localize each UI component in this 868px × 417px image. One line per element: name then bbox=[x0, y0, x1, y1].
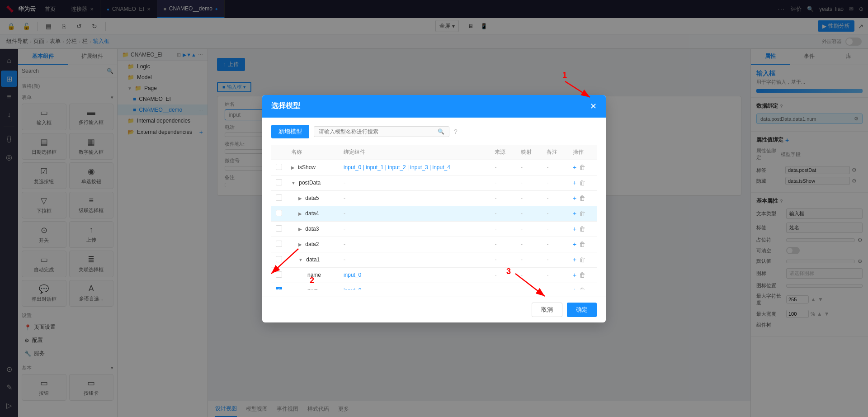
col-mapping: 映射 bbox=[516, 145, 542, 160]
table-row: ▼ data1 - - - - + 🗑 bbox=[271, 252, 597, 267]
add-row-icon[interactable]: + bbox=[573, 271, 576, 279]
col-source: 来源 bbox=[490, 145, 516, 160]
model-search-box: 🔍 bbox=[314, 126, 449, 137]
delete-row-icon[interactable]: 🗑 bbox=[579, 210, 585, 217]
checkbox[interactable] bbox=[276, 164, 282, 170]
delete-row-icon[interactable]: 🗑 bbox=[579, 271, 585, 279]
modal-close-btn[interactable]: ✕ bbox=[590, 101, 597, 111]
model-search-input[interactable] bbox=[319, 128, 435, 135]
delete-row-icon[interactable]: 🗑 bbox=[579, 225, 585, 232]
table-header: 名称 绑定组件 来源 映射 备注 操作 bbox=[271, 145, 597, 160]
expand-arrow[interactable]: ▶ bbox=[298, 227, 302, 232]
delete-row-icon[interactable]: 🗑 bbox=[579, 287, 585, 289]
col-remark: 备注 bbox=[542, 145, 568, 160]
checkbox[interactable] bbox=[276, 225, 282, 232]
add-row-icon[interactable]: + bbox=[573, 194, 576, 202]
modal-overlay[interactable]: 选择模型 ✕ 新增模型 🔍 ? 名称 绑定组件 bbox=[0, 0, 868, 417]
col-binding: 绑定组件 bbox=[339, 145, 491, 160]
model-table-scroll: 名称 绑定组件 来源 映射 备注 操作 ▶ bbox=[271, 145, 597, 289]
add-row-icon[interactable]: + bbox=[573, 256, 576, 263]
modal-header: 选择模型 ✕ bbox=[262, 95, 606, 118]
table-row: num input_0 - - - + 🗑 bbox=[271, 283, 597, 289]
expand-arrow[interactable]: ▶ bbox=[298, 211, 302, 216]
modal-title: 选择模型 bbox=[271, 101, 300, 111]
col-name: 名称 bbox=[287, 145, 339, 160]
table-body: ▶ isShow input_0 | input_1 | input_2 | i… bbox=[271, 160, 597, 289]
checkbox[interactable] bbox=[276, 271, 282, 278]
table-row: ▼ postData - - - - + 🗑 bbox=[271, 175, 597, 190]
add-row-icon[interactable]: + bbox=[573, 179, 576, 186]
table-row: ▶ isShow input_0 | input_1 | input_2 | i… bbox=[271, 160, 597, 175]
expand-arrow[interactable]: ▼ bbox=[298, 257, 303, 262]
row-remark: - bbox=[542, 160, 568, 175]
row-mapping: - bbox=[516, 160, 542, 175]
delete-row-icon[interactable]: 🗑 bbox=[579, 164, 585, 171]
add-row-icon[interactable]: + bbox=[573, 164, 576, 171]
table-row: ▶ data4 - - - - + 🗑 bbox=[271, 206, 597, 221]
col-check bbox=[271, 145, 287, 160]
table-row: ▶ data2 - - - - + 🗑 bbox=[271, 237, 597, 252]
checkbox[interactable] bbox=[276, 179, 282, 185]
delete-row-icon[interactable]: 🗑 bbox=[579, 194, 585, 202]
select-model-modal: 选择模型 ✕ 新增模型 🔍 ? 名称 绑定组件 bbox=[262, 95, 606, 322]
col-action: 操作 bbox=[568, 145, 597, 160]
table-row: ▶ data5 - - - - + 🗑 bbox=[271, 190, 597, 206]
annotation-1: 1 bbox=[562, 71, 567, 80]
confirm-button[interactable]: 确定 bbox=[567, 303, 597, 317]
help-icon[interactable]: ? bbox=[454, 128, 458, 135]
checkbox[interactable] bbox=[276, 210, 282, 216]
checkbox[interactable] bbox=[276, 256, 282, 262]
delete-row-icon[interactable]: 🗑 bbox=[579, 256, 585, 263]
row-name: ▶ isShow bbox=[287, 160, 339, 175]
add-row-icon[interactable]: + bbox=[573, 225, 576, 232]
add-row-icon[interactable]: + bbox=[573, 210, 576, 217]
expand-arrow[interactable]: ▶ bbox=[298, 196, 302, 201]
add-row-icon[interactable]: + bbox=[573, 241, 576, 248]
row-binding: input_0 | input_1 | input_2 | input_3 | … bbox=[339, 160, 491, 175]
table-row: name input_0 - - - + 🗑 bbox=[271, 267, 597, 283]
delete-row-icon[interactable]: 🗑 bbox=[579, 241, 585, 248]
modal-footer: 取消 确定 bbox=[262, 297, 606, 322]
table-row: ▶ data3 - - - - + 🗑 bbox=[271, 221, 597, 237]
checkbox-checked[interactable] bbox=[276, 287, 282, 289]
add-model-btn[interactable]: 新增模型 bbox=[271, 125, 309, 138]
add-row-icon[interactable]: + bbox=[573, 287, 576, 289]
row-actions: + 🗑 bbox=[568, 160, 597, 175]
model-table: 名称 绑定组件 来源 映射 备注 操作 ▶ bbox=[271, 145, 597, 289]
cancel-button[interactable]: 取消 bbox=[532, 303, 562, 317]
modal-body: 新增模型 🔍 ? 名称 绑定组件 来源 映射 bbox=[262, 118, 606, 297]
search-icon[interactable]: 🔍 bbox=[438, 128, 444, 135]
checkbox[interactable] bbox=[276, 241, 282, 247]
row-check bbox=[271, 160, 287, 175]
checkbox[interactable] bbox=[276, 194, 282, 201]
modal-toolbar: 新增模型 🔍 ? bbox=[271, 125, 597, 138]
delete-row-icon[interactable]: 🗑 bbox=[579, 179, 585, 186]
expand-arrow[interactable]: ▶ bbox=[291, 165, 295, 170]
row-source: - bbox=[490, 160, 516, 175]
expand-arrow[interactable]: ▼ bbox=[291, 180, 296, 185]
expand-arrow[interactable]: ▶ bbox=[298, 242, 302, 247]
